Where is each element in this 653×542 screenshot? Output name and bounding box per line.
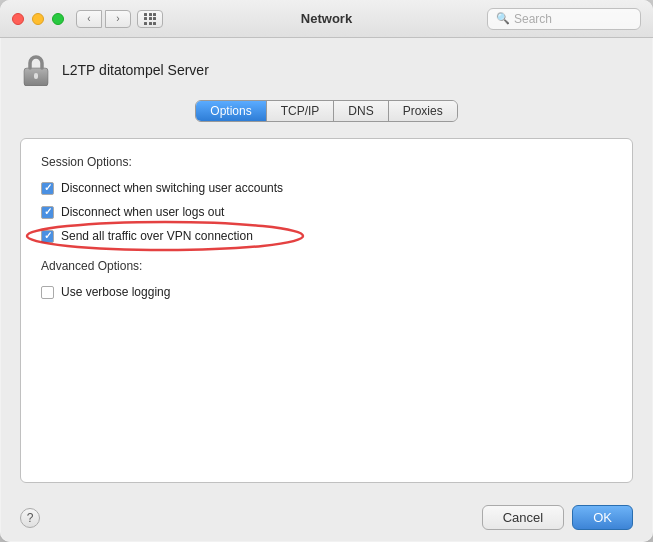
action-buttons: Cancel OK xyxy=(482,505,633,530)
maximize-button[interactable] xyxy=(52,13,64,25)
check-icon: ✓ xyxy=(44,231,52,241)
option-disconnect-switching: ✓ Disconnect when switching user account… xyxy=(41,179,612,197)
apps-button[interactable] xyxy=(137,10,163,28)
search-bar[interactable]: 🔍 xyxy=(487,8,641,30)
traffic-lights xyxy=(12,13,64,25)
window-title: Network xyxy=(301,11,352,26)
option-verbose-logging: Use verbose logging xyxy=(41,283,612,301)
label-disconnect-logout: Disconnect when user logs out xyxy=(61,205,224,219)
minimize-button[interactable] xyxy=(32,13,44,25)
tab-tcpip[interactable]: TCP/IP xyxy=(267,101,335,121)
advanced-options-heading: Advanced Options: xyxy=(41,259,612,273)
checkbox-verbose-logging[interactable] xyxy=(41,286,54,299)
apps-grid-icon xyxy=(144,13,156,25)
help-button[interactable]: ? xyxy=(20,508,40,528)
search-input[interactable] xyxy=(514,12,632,26)
main-window: ‹ › Network 🔍 xyxy=(0,0,653,542)
option-disconnect-logout: ✓ Disconnect when user logs out xyxy=(41,203,612,221)
checkbox-disconnect-switching[interactable]: ✓ xyxy=(41,182,54,195)
option-send-all-traffic: ✓ Send all traffic over VPN connection xyxy=(41,227,612,245)
bottom-bar: ? Cancel OK xyxy=(0,495,653,542)
label-send-all-traffic: Send all traffic over VPN connection xyxy=(61,229,253,243)
label-verbose-logging: Use verbose logging xyxy=(61,285,170,299)
check-icon: ✓ xyxy=(44,207,52,217)
tab-options[interactable]: Options xyxy=(196,101,266,121)
label-disconnect-switching: Disconnect when switching user accounts xyxy=(61,181,283,195)
title-bar: ‹ › Network 🔍 xyxy=(0,0,653,38)
session-options-heading: Session Options: xyxy=(41,155,612,169)
back-button[interactable]: ‹ xyxy=(76,10,102,28)
content-area: L2TP ditatompel Server Options TCP/IP DN… xyxy=(0,38,653,495)
ok-button[interactable]: OK xyxy=(572,505,633,530)
vpn-name: L2TP ditatompel Server xyxy=(62,62,209,78)
lock-icon xyxy=(20,54,52,86)
forward-button[interactable]: › xyxy=(105,10,131,28)
tab-dns[interactable]: DNS xyxy=(334,101,388,121)
checkbox-disconnect-logout[interactable]: ✓ xyxy=(41,206,54,219)
options-panel: Session Options: ✓ Disconnect when switc… xyxy=(20,138,633,483)
search-icon: 🔍 xyxy=(496,12,510,25)
tab-proxies[interactable]: Proxies xyxy=(389,101,457,121)
vpn-header: L2TP ditatompel Server xyxy=(20,54,633,86)
close-button[interactable] xyxy=(12,13,24,25)
svg-rect-2 xyxy=(34,73,38,79)
tab-group: Options TCP/IP DNS Proxies xyxy=(20,100,633,122)
check-icon: ✓ xyxy=(44,183,52,193)
checkbox-send-all-traffic[interactable]: ✓ xyxy=(41,230,54,243)
cancel-button[interactable]: Cancel xyxy=(482,505,564,530)
nav-buttons: ‹ › xyxy=(76,10,131,28)
